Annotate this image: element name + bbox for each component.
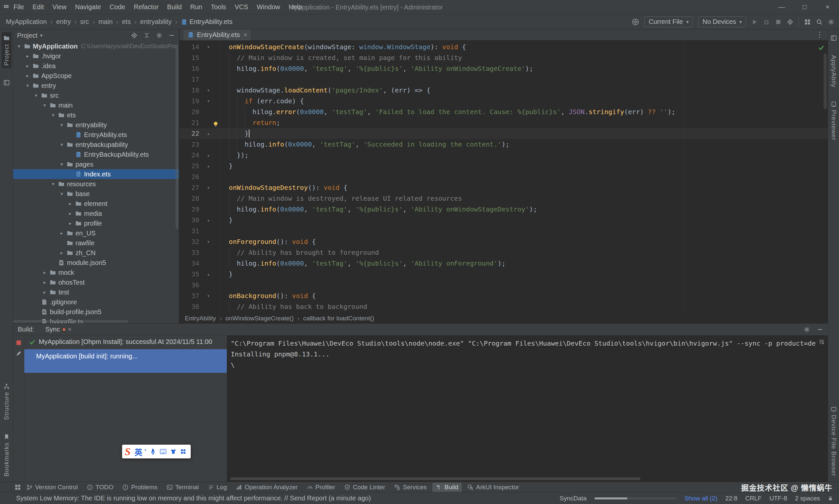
tree-item-index-ets[interactable]: Index.ets bbox=[13, 169, 179, 179]
toolwindow-switcher-icon[interactable] bbox=[14, 484, 21, 490]
device-select[interactable]: No Devices ▾ bbox=[698, 16, 746, 27]
caret-position[interactable]: 22:8 bbox=[725, 495, 738, 502]
tree-item-media[interactable]: ▸media bbox=[13, 209, 179, 218]
tool-button-bookmarks[interactable]: Bookmarks bbox=[2, 431, 12, 479]
code-line-23[interactable]: 23 hilog.info(0x0000, 'testTag', 'Succee… bbox=[179, 139, 828, 150]
ime-menu-icon[interactable] bbox=[180, 449, 186, 454]
chevron-right-icon[interactable]: ▸ bbox=[58, 230, 66, 236]
code-line-28[interactable]: 28 // Main window is destroyed, release … bbox=[179, 193, 828, 204]
stop-build-icon[interactable] bbox=[15, 339, 22, 346]
tree-item-myapplication[interactable]: ▾MyApplicationC:\Users\lazysnail\DevEcoS… bbox=[13, 41, 179, 51]
project-vertical-scrollbar[interactable] bbox=[176, 49, 178, 229]
code-line-38[interactable]: 38 // Ability has back to background bbox=[179, 301, 828, 312]
tree-item-hvigor[interactable]: ▸.hvigor bbox=[13, 51, 179, 61]
tree-item-test[interactable]: ▸test bbox=[13, 287, 179, 297]
editor-crumb-onwindowstagecreate[interactable]: onWindowStageCreate() bbox=[225, 315, 294, 322]
fold-toggle-icon[interactable]: ▾ bbox=[203, 42, 215, 52]
toolwindow-problems[interactable]: Problems bbox=[119, 483, 161, 492]
toolwindow-operation-analyzer[interactable]: Operation Analyzer bbox=[233, 483, 301, 492]
tree-item-profile[interactable]: ▸profile bbox=[13, 218, 179, 228]
tree-item-rawfile[interactable]: rawfile bbox=[13, 238, 179, 248]
tree-item-gitignore[interactable]: .gitignore bbox=[13, 297, 179, 307]
memory-warning[interactable]: System Low Memory: The IDE is running lo… bbox=[16, 494, 371, 502]
editor-scrollbar[interactable] bbox=[824, 53, 827, 109]
tree-item-entryability-ets[interactable]: EntryAbility.ets bbox=[13, 130, 179, 140]
tool-button-notifications[interactable] bbox=[829, 32, 838, 44]
run-target-select[interactable]: Current File ▾ bbox=[644, 16, 693, 27]
chevron-down-icon[interactable]: ▾ bbox=[41, 102, 49, 108]
build-row-running[interactable]: MyApplication [build init]: running... bbox=[24, 349, 227, 373]
code-area[interactable]: 14▾ onWindowStageCreate(windowStage: win… bbox=[179, 40, 828, 313]
code-line-36[interactable]: 36 bbox=[179, 280, 828, 290]
crumb-main[interactable]: main bbox=[99, 18, 113, 25]
code-line-32[interactable]: 32▾ onForeground(): void { bbox=[179, 236, 828, 247]
editor-tab-entryability[interactable]: EntryAbility.ets × bbox=[184, 30, 252, 40]
build-mode-icon[interactable] bbox=[632, 18, 639, 25]
close-button[interactable]: × bbox=[816, 0, 839, 14]
tree-item-entrybackupability[interactable]: ▾entrybackupability bbox=[13, 140, 179, 149]
menu-run[interactable]: Run bbox=[186, 3, 207, 11]
toolwindow-log[interactable]: Log bbox=[205, 483, 231, 492]
fold-toggle-icon[interactable]: ▾ bbox=[203, 96, 215, 107]
chevron-right-icon[interactable]: ▸ bbox=[66, 220, 74, 226]
chevron-down-icon[interactable]: ▾ bbox=[58, 122, 66, 128]
build-settings-icon[interactable] bbox=[804, 326, 810, 333]
menu-refactor[interactable]: Refactor bbox=[129, 3, 163, 11]
settings-icon[interactable] bbox=[828, 19, 834, 25]
toolwindow-todo[interactable]: TODO bbox=[83, 483, 117, 492]
code-line-27[interactable]: 27▾ onWindowStageDestroy(): void { bbox=[179, 182, 828, 193]
locate-file-icon[interactable] bbox=[131, 32, 138, 39]
app-logo-icon[interactable] bbox=[3, 4, 9, 10]
tree-item-base[interactable]: ▾base bbox=[13, 189, 179, 199]
indent-style[interactable]: 2 spaces bbox=[795, 495, 820, 502]
tree-item-module-json5[interactable]: module.json5 bbox=[13, 258, 179, 268]
device-manager-icon[interactable] bbox=[804, 19, 811, 25]
tool-button-applyability[interactable]: ApplyAbily bbox=[829, 52, 839, 90]
chevron-right-icon[interactable]: ▸ bbox=[24, 73, 32, 79]
code-line-34[interactable]: 34 hilog.info(0x0000, 'testTag', '%{publ… bbox=[179, 258, 828, 269]
chevron-down-icon[interactable]: ▾ bbox=[49, 181, 57, 187]
build-console[interactable]: "C:\Program Files\Huawei\DevEco Studio\t… bbox=[227, 336, 828, 482]
line-separator[interactable]: CRLF bbox=[746, 495, 762, 502]
code-line-30[interactable]: 30▴ } bbox=[179, 215, 828, 226]
tool-button-structure[interactable]: Structure bbox=[2, 381, 12, 423]
panel-settings-icon[interactable] bbox=[156, 32, 162, 39]
fold-toggle-icon[interactable]: ▾ bbox=[203, 182, 215, 193]
code-line-25[interactable]: 25▴ } bbox=[179, 161, 828, 172]
code-line-29[interactable]: 29 hilog.info(0x0000, 'testTag', '%{publ… bbox=[179, 204, 828, 215]
code-line-37[interactable]: 37▾ onBackground(): void { bbox=[179, 290, 828, 301]
keyboard-icon[interactable] bbox=[160, 448, 167, 455]
inspection-ok-icon[interactable] bbox=[818, 44, 825, 51]
tab-close-icon[interactable]: × bbox=[68, 326, 72, 333]
collapse-all-icon[interactable] bbox=[143, 32, 150, 39]
fold-toggle-icon[interactable]: ▾ bbox=[203, 236, 215, 247]
code-line-19[interactable]: 19▾ if (err.code) { bbox=[179, 96, 828, 107]
tree-item-build-profile-json5[interactable]: build-profile.json5 bbox=[13, 307, 179, 317]
project-panel-title[interactable]: Project bbox=[17, 32, 37, 39]
tree-item-pages[interactable]: ▾pages bbox=[13, 159, 179, 169]
debug-icon[interactable] bbox=[763, 19, 770, 25]
tool-button-device-file-browser[interactable]: Device File Browser bbox=[829, 404, 839, 479]
tree-item-ets[interactable]: ▾ets bbox=[13, 110, 179, 120]
tree-item-entrybackupability-ets[interactable]: EntryBackupAbility.ets bbox=[13, 149, 179, 159]
editor-crumb-entryability[interactable]: EntryAbility bbox=[185, 315, 216, 322]
tool-button-panel[interactable] bbox=[2, 77, 11, 89]
code-line-14[interactable]: 14▾ onWindowStageCreate(windowStage: win… bbox=[179, 42, 828, 52]
file-encoding[interactable]: UTF-8 bbox=[769, 495, 787, 502]
code-line-17[interactable]: 17 bbox=[179, 74, 828, 85]
mic-icon[interactable] bbox=[150, 449, 156, 454]
menu-tools[interactable]: Tools bbox=[206, 3, 230, 11]
chevron-right-icon[interactable]: ▸ bbox=[41, 289, 49, 295]
chevron-down-icon[interactable]: ▾ bbox=[49, 112, 57, 118]
chevron-down-icon[interactable]: ▾ bbox=[58, 191, 66, 197]
tree-item-resources[interactable]: ▾resources bbox=[13, 179, 179, 189]
code-line-33[interactable]: 33 // Ability has brought to foreground bbox=[179, 247, 828, 258]
search-icon[interactable] bbox=[816, 19, 823, 25]
ime-language-toggle[interactable]: 英 bbox=[135, 446, 142, 457]
hide-panel-icon[interactable] bbox=[168, 32, 175, 39]
tree-item-ohostest[interactable]: ▸ohosTest bbox=[13, 277, 179, 287]
sogou-logo[interactable]: S bbox=[125, 446, 131, 457]
chevron-right-icon[interactable]: ▸ bbox=[41, 280, 49, 285]
toolwindow-version-control[interactable]: Version Control bbox=[23, 483, 81, 492]
toolwindow-code-linter[interactable]: Code Linter bbox=[341, 483, 389, 492]
